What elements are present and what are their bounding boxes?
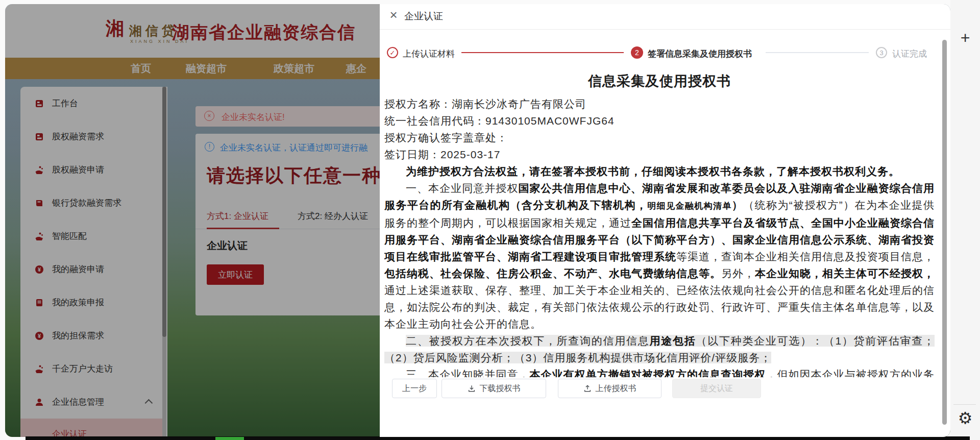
step1-label: 上传认证材料 [403, 48, 455, 60]
paragraph-text: 一、本企业同意并授权 [406, 182, 518, 194]
document-field: 授权方名称：湖南长沙冰奇广告有限公司 [384, 95, 935, 112]
paragraph-text: 通过上述渠道获取、保存、整理、加工关于本企业相关的、已经依法依规向社会公开的信息… [384, 284, 935, 330]
enterprise-auth-drawer: × 企业认证 ✓ 上传认证材料 2 签署信息采集及使用授权书 3 认证完成 信息… [380, 4, 950, 437]
step1-check-icon: ✓ [387, 47, 398, 58]
drawer-title: 企业认证 [404, 10, 443, 23]
upload-button[interactable]: 上传授权书 [558, 379, 662, 398]
drawer-scrollbar-thumb[interactable] [942, 40, 947, 425]
browser-viewport: 湘 湘信贷 XIANG XIN DAI 湖南省企业融资综合信 首页融资超市政策超… [5, 4, 950, 437]
button-label: 下载授权书 [480, 383, 521, 394]
plus-icon[interactable]: + [950, 29, 980, 47]
button-label: 上一步 [402, 383, 427, 394]
highlighted-text: 二、被授权方在本次授权下，所查询的信用信息 [406, 335, 650, 347]
close-icon[interactable]: × [386, 7, 401, 22]
document-paragraph: 二、被授权方在本次授权下，所查询的信用信息用途包括（以下种类企业可选）：（1）贷… [384, 332, 935, 366]
document-paragraph: 一、本企业同意并授权国家公共信用信息中心、湖南省发展和改革委员会以及入驻湖南省企… [384, 180, 935, 332]
document-paragraphs: 为维护授权方合法权益，请在签署本授权书前，仔细阅读本授权书各条款，了解本授权书权… [384, 163, 935, 377]
taskbar-green-accent [215, 437, 244, 440]
browser-side-rail: + ⚙ [950, 0, 980, 440]
taskbar-gap [970, 436, 975, 440]
document-paragraph: 为维护授权方合法权益，请在签署本授权书前，仔细阅读本授权书各条款，了解本授权书权… [384, 163, 935, 180]
rail-divider [953, 404, 976, 405]
paragraph-text: 明细见金融机构清单 [647, 201, 732, 211]
document-fields: 授权方名称：湖南长沙冰奇广告有限公司统一社会信用代码：91430105MAC0W… [384, 95, 935, 163]
download-button[interactable]: 下载授权书 [442, 379, 546, 398]
highlighted-text: 用途包括 [650, 335, 696, 347]
step-connector-done [461, 52, 624, 53]
download-icon [468, 384, 476, 393]
paragraph-text: 本企业有权单方撤销对被授权方的信息查询授权 [529, 369, 766, 377]
paragraph-text: 三、本企业知晓并同意， [406, 369, 529, 377]
drawer-footer: 上一步下载授权书上传授权书提交认证 [380, 379, 950, 409]
step-connector-pending [766, 52, 869, 53]
button-label: 上传授权书 [596, 383, 636, 394]
drawer-scrollbar[interactable] [942, 40, 947, 425]
step3-label: 认证完成 [892, 48, 927, 60]
paragraph-text: 为维护授权方合法权益，请在签署本授权书前，仔细阅读本授权书各条款，了解本授权书权… [406, 165, 900, 177]
document-field: 授权方确认签字盖章处： [384, 129, 935, 146]
paragraph-text: 包括纳税、社会保险、住房公积金、不动产、水电气费缴纳信息等。 [384, 267, 721, 279]
gear-icon[interactable]: ⚙ [950, 408, 980, 428]
paragraph-text: ） [732, 199, 743, 211]
taskbar-strip [26, 436, 970, 440]
step2-label: 签署信息采集及使用授权书 [648, 48, 752, 60]
step3-number-badge: 3 [876, 47, 887, 58]
document-field: 统一社会信用代码：91430105MAC0WFJG64 [384, 112, 935, 129]
step2-number-badge: 2 [631, 46, 643, 59]
document-paragraph: 三、本企业知晓并同意，本企业有权单方撤销对被授权方的信息查询授权，但如因本企业与… [384, 366, 935, 377]
paragraph-text: 等渠道，查询本企业相关信用信息及投资项目信息， [676, 251, 935, 262]
document-field: 签订日期：2025-03-17 [384, 146, 935, 163]
submit-button[interactable]: 提交认证 [672, 379, 761, 398]
paragraph-text: 本企业知晓，相关主体可不经授权， [755, 267, 935, 279]
screen: 湘 湘信贷 XIANG XIN DAI 湖南省企业融资综合信 首页融资超市政策超… [0, 0, 980, 440]
prev-button[interactable]: 上一步 [392, 379, 437, 398]
button-label: 提交认证 [700, 383, 733, 394]
authorization-document[interactable]: 信息采集及使用授权书 授权方名称：湖南长沙冰奇广告有限公司统一社会信用代码：91… [384, 68, 935, 377]
drawer-header-divider [380, 29, 950, 30]
upload-icon [583, 384, 592, 393]
paragraph-text: 另外， [721, 267, 755, 279]
document-title: 信息采集及使用授权书 [384, 72, 935, 90]
